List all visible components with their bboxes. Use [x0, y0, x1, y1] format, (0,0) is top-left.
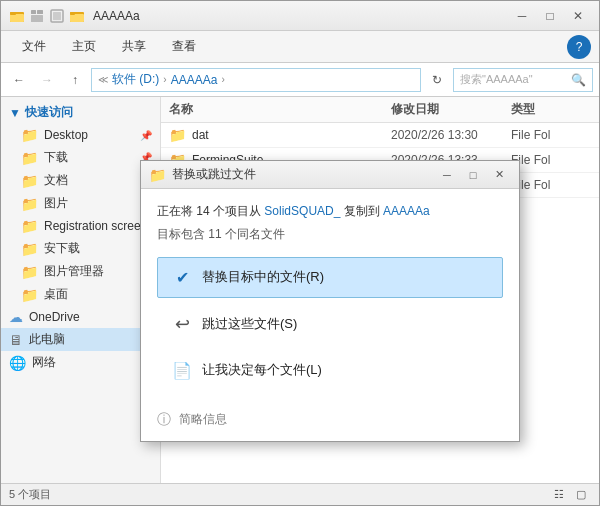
path-segment-folder[interactable]: AAAAAa: [171, 73, 218, 87]
refresh-button[interactable]: ↻: [425, 68, 449, 92]
sidebar-item-label: 下载: [44, 149, 68, 166]
sidebar-item-documents[interactable]: 📁 文档 📌: [1, 169, 160, 192]
sidebar-item-registration[interactable]: 📁 Registration scree: [1, 215, 160, 237]
folder-icon: 📁: [21, 127, 38, 143]
sidebar-item-pictures[interactable]: 📁 图片 📌: [1, 192, 160, 215]
folder-icon: 📁: [21, 218, 38, 234]
skip-option[interactable]: ↩ 跳过这些文件(S): [157, 302, 503, 346]
search-icon: 🔍: [571, 73, 586, 87]
sidebar-item-desktop[interactable]: 📁 Desktop 📌: [1, 124, 160, 146]
ribbon: 文件 主页 共享 查看 ?: [1, 31, 599, 63]
network-icon: 🌐: [9, 355, 26, 371]
info-source: SolidSQUAD_: [264, 204, 340, 218]
dialog-body: 正在将 14 个项目从 SolidSQUAD_ 复制到 AAAAAa 目标包含 …: [141, 189, 519, 405]
info-suffix: 复制到: [344, 204, 380, 218]
title-bar-icons: [9, 8, 85, 24]
onedrive-icon: ☁: [9, 309, 23, 325]
back-button[interactable]: ←: [7, 68, 31, 92]
sidebar-item-picture-manager[interactable]: 📁 图片管理器: [1, 260, 160, 283]
title-small-icon3: [49, 8, 65, 24]
svg-rect-2: [10, 12, 16, 15]
sidebar-item-label: 图片: [44, 195, 68, 212]
file-list-header: 名称 修改日期 类型: [161, 97, 599, 123]
sidebar-item-download[interactable]: 📁 下载 📌: [1, 146, 160, 169]
svg-rect-4: [37, 10, 43, 14]
svg-rect-3: [31, 10, 36, 14]
path-segment-drive[interactable]: 软件 (D:): [112, 71, 159, 88]
folder-icon: 📁: [21, 264, 38, 280]
sidebar-item-desktop2[interactable]: 📁 桌面: [1, 283, 160, 306]
quick-access-chevron-icon: ▼: [9, 106, 21, 120]
search-box[interactable]: 搜索"AAAAAa" 🔍: [453, 68, 593, 92]
skip-icon: ↩: [172, 313, 192, 335]
dialog-title-bar: 📁 替换或跳过文件 ─ □ ✕: [141, 161, 519, 189]
ribbon-tab-file[interactable]: 文件: [9, 31, 59, 62]
title-bar: AAAAAa ─ □ ✕: [1, 1, 599, 31]
sidebar-item-label: Registration scree: [44, 219, 141, 233]
network-label: 网络: [32, 354, 56, 371]
maximize-button[interactable]: □: [537, 6, 563, 26]
folder-icon: 📁: [21, 241, 38, 257]
file-type: File Fol: [511, 128, 591, 142]
large-icon-view-button[interactable]: ▢: [571, 486, 591, 504]
forward-button[interactable]: →: [35, 68, 59, 92]
path-end-chevron: ›: [221, 74, 224, 85]
path-chevron-icon: ≪: [98, 74, 108, 85]
check-icon: ✔: [172, 268, 192, 287]
decide-icon: 📄: [172, 361, 192, 380]
file-type: File Fol: [511, 153, 591, 167]
ribbon-tab-view[interactable]: 查看: [159, 31, 209, 62]
sidebar-item-label: 文档: [44, 172, 68, 189]
file-row-dat[interactable]: 📁 dat 2020/2/26 13:30 File Fol: [161, 123, 599, 148]
window-title: AAAAAa: [93, 9, 505, 23]
address-path[interactable]: ≪ 软件 (D:) › AAAAAa ›: [91, 68, 421, 92]
ribbon-tab-home[interactable]: 主页: [59, 31, 109, 62]
folder-icon: 📁: [21, 196, 38, 212]
minimize-button[interactable]: ─: [509, 6, 535, 26]
up-button[interactable]: ↑: [63, 68, 87, 92]
svg-rect-5: [31, 15, 43, 22]
ribbon-tab-share[interactable]: 共享: [109, 31, 159, 62]
dialog-footer[interactable]: ⓘ 简略信息: [141, 405, 519, 441]
close-button[interactable]: ✕: [565, 6, 591, 26]
folder-icon: 📁: [169, 127, 186, 143]
info-prefix: 正在将 14 个项目从: [157, 204, 261, 218]
replace-option[interactable]: ✔ 替换目标中的文件(R): [157, 257, 503, 298]
quick-access-label: 快速访问: [25, 104, 73, 121]
dialog-maximize-button[interactable]: □: [461, 166, 485, 184]
sidebar-item-label: 图片管理器: [44, 263, 104, 280]
view-buttons: ☷ ▢: [549, 486, 591, 504]
detail-view-button[interactable]: ☷: [549, 486, 569, 504]
pc-icon: 🖥: [9, 332, 23, 348]
sidebar-item-network[interactable]: 🌐 网络: [1, 351, 160, 374]
dialog-close-button[interactable]: ✕: [487, 166, 511, 184]
dialog-info-line1: 正在将 14 个项目从 SolidSQUAD_ 复制到 AAAAAa: [157, 203, 503, 220]
title-small-icon2: [29, 8, 45, 24]
folder-icon: 📁: [21, 173, 38, 189]
window-controls: ─ □ ✕: [509, 6, 591, 26]
col-name-header: 名称: [169, 101, 391, 118]
svg-rect-1: [10, 14, 24, 22]
sidebar: ▼ 快速访问 📁 Desktop 📌 📁 下载 📌 📁 文档 📌 📁 图片: [1, 97, 161, 483]
sidebar-item-download2[interactable]: 📁 安下载: [1, 237, 160, 260]
help-button[interactable]: ?: [567, 35, 591, 59]
sidebar-item-onedrive[interactable]: ☁ OneDrive: [1, 306, 160, 328]
col-type-header: 类型: [511, 101, 591, 118]
info-icon: ⓘ: [157, 411, 171, 429]
decide-option[interactable]: 📄 让我决定每个文件(L): [157, 350, 503, 391]
svg-rect-10: [70, 12, 75, 15]
path-separator-icon: ›: [163, 74, 166, 85]
explorer-title-icon: [9, 8, 25, 24]
file-name: dat: [192, 128, 391, 142]
folder-icon: 📁: [21, 287, 38, 303]
onedrive-label: OneDrive: [29, 310, 80, 324]
dialog-minimize-button[interactable]: ─: [435, 166, 459, 184]
dialog-win-controls: ─ □ ✕: [435, 166, 511, 184]
sidebar-item-this-pc[interactable]: 🖥 此电脑: [1, 328, 160, 351]
sidebar-quick-access-header[interactable]: ▼ 快速访问: [1, 101, 160, 124]
address-bar: ← → ↑ ≪ 软件 (D:) › AAAAAa › ↻ 搜索"AAAAAa" …: [1, 63, 599, 97]
info-dest: AAAAAa: [383, 204, 430, 218]
sidebar-item-label: 桌面: [44, 286, 68, 303]
decide-option-label: 让我决定每个文件(L): [202, 361, 322, 379]
folder-icon: 📁: [21, 150, 38, 166]
